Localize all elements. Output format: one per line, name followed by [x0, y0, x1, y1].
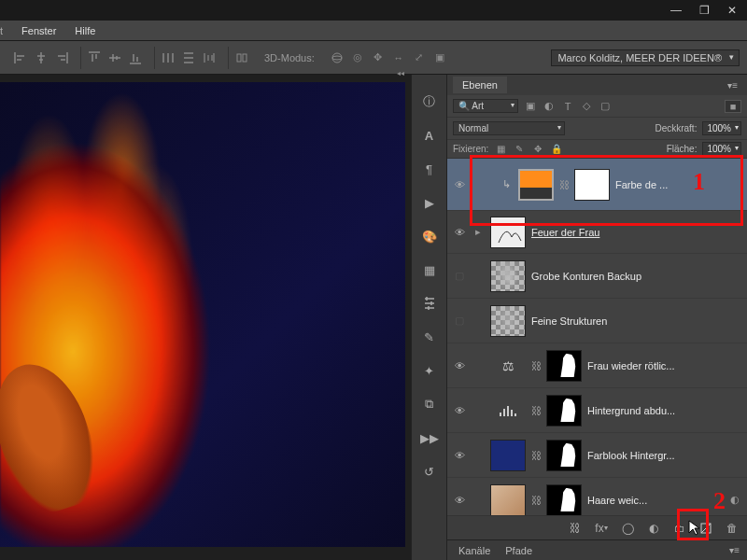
3d-orbit-icon[interactable] [328, 49, 346, 67]
clone-panel-icon[interactable]: ⧉ [420, 396, 439, 413]
align-left-icon[interactable] [11, 49, 30, 67]
layer-name[interactable]: Feine Strukturen [531, 315, 741, 327]
link-mask-icon[interactable]: ⛓ [531, 360, 541, 371]
window-minimize-button[interactable]: — [663, 2, 689, 19]
align-center-h-icon[interactable] [32, 49, 50, 67]
bottom-panel-menu-icon[interactable]: ▾≡ [726, 545, 743, 555]
layer-thumb[interactable] [490, 217, 526, 248]
lock-move-icon[interactable]: ✥ [531, 143, 544, 156]
align-right-icon[interactable] [52, 49, 71, 67]
document-canvas[interactable] [0, 82, 405, 547]
filter-type-icon[interactable]: T [561, 100, 574, 113]
panel-menu-icon[interactable]: ▾≡ [724, 80, 741, 91]
layer-mask-thumb[interactable] [546, 350, 582, 382]
add-mask-icon[interactable]: ◯ [620, 521, 635, 536]
tab-pfade[interactable]: Pfade [498, 542, 540, 559]
new-fill-adjust-icon[interactable]: ◐ [646, 521, 661, 536]
lock-paint-icon[interactable]: ✎ [513, 143, 526, 156]
3d-pan-icon[interactable]: ✥ [369, 49, 388, 67]
layer-name[interactable]: Hintergrund abdu... [587, 405, 741, 416]
smart-collapse-icon[interactable]: ▸ [472, 226, 485, 239]
layer-row[interactable]: 👁 ↳ ⛓ Farbe de ... [447, 159, 747, 211]
fill-input[interactable]: 100% [702, 142, 741, 156]
filter-pixel-icon[interactable]: ▣ [524, 100, 537, 113]
layer-thumb[interactable] [490, 395, 526, 427]
layer-row[interactable]: 👁 ⛓ Hintergrund abdu... [447, 388, 747, 433]
swatches-panel-icon[interactable]: 🎨 [420, 228, 439, 245]
opacity-input[interactable]: 100% [702, 121, 741, 135]
visibility-toggle-icon[interactable]: 👁 [453, 494, 466, 507]
align-bottom-icon[interactable] [126, 49, 145, 67]
character-panel-icon[interactable]: A [420, 127, 439, 144]
layer-row[interactable]: ▢ Feine Strukturen [447, 299, 747, 343]
3d-camera-icon[interactable]: ▣ [430, 49, 449, 67]
3d-slide-icon[interactable]: ↔ [389, 49, 408, 67]
wand-panel-icon[interactable]: ✦ [420, 362, 439, 379]
layer-mask-thumb[interactable] [546, 440, 582, 471]
history-panel-icon[interactable]: ↺ [420, 463, 439, 480]
paragraph-panel-icon[interactable]: ¶ [420, 161, 439, 177]
delete-layer-icon[interactable]: 🗑 [725, 521, 740, 536]
tab-kanale[interactable]: Kanäle [451, 542, 498, 559]
visibility-toggle-icon[interactable]: 👁 [453, 359, 466, 372]
layer-filter-type[interactable]: 🔍 Art [453, 99, 518, 113]
layer-mask-thumb[interactable] [546, 484, 582, 516]
layer-thumb[interactable] [490, 484, 526, 516]
layer-fx-icon[interactable]: fx▾ [594, 521, 609, 536]
layer-name[interactable]: Grobe Konturen Backup [531, 271, 741, 282]
blend-mode-dropdown[interactable]: Normal [453, 121, 565, 135]
distribute-space-icon[interactable] [200, 49, 218, 67]
new-layer-icon[interactable] [698, 521, 713, 536]
actions-panel-icon[interactable]: ▶▶ [420, 429, 439, 446]
link-mask-icon[interactable]: ⛓ [531, 450, 541, 461]
lock-transparent-icon[interactable]: ▦ [494, 143, 507, 156]
layer-mask-thumb[interactable] [574, 169, 610, 201]
link-layers-icon[interactable]: ⛓ [568, 521, 583, 536]
layer-name[interactable]: Farbe de ... [615, 179, 741, 190]
new-group-icon[interactable]: 🗀 [672, 521, 687, 536]
distribute-h-icon[interactable] [159, 49, 177, 67]
window-close-button[interactable]: ✕ [719, 2, 745, 19]
layer-mask-thumb[interactable] [546, 395, 582, 427]
layer-row[interactable]: 👁 ⛓ Farblook Hintergr... [447, 433, 747, 478]
lock-all-icon[interactable]: 🔒 [550, 143, 563, 156]
layer-name[interactable]: Feuer der Frau [531, 227, 741, 238]
smart-filter-icon[interactable]: ◐ [728, 494, 741, 507]
adjust-panel-icon[interactable] [420, 295, 439, 312]
play-panel-icon[interactable]: ▶ [420, 194, 439, 211]
brush-panel-icon[interactable]: ✎ [420, 329, 439, 345]
distribute-v-icon[interactable] [179, 49, 198, 67]
tab-ebenen[interactable]: Ebenen [453, 77, 507, 93]
visibility-toggle-icon[interactable]: 👁 [453, 449, 466, 462]
grid-panel-icon[interactable]: ▦ [420, 261, 439, 278]
layer-name[interactable]: Haare weic... [587, 495, 723, 506]
3d-scale-icon[interactable]: ⤢ [410, 49, 429, 67]
layer-thumb[interactable] [490, 305, 526, 337]
filter-smart-icon[interactable]: ▢ [599, 100, 612, 113]
window-restore-button[interactable]: ❐ [691, 2, 717, 19]
layer-row[interactable]: 👁 ⚖ ⛓ Frau wieder rötlic... [447, 343, 747, 388]
align-center-v-icon[interactable] [106, 49, 124, 67]
layer-name[interactable]: Frau wieder rötlic... [587, 360, 741, 371]
layer-thumb[interactable] [490, 440, 526, 471]
layer-thumb[interactable] [490, 260, 526, 292]
visibility-toggle-icon[interactable]: 👁 [453, 178, 466, 191]
filter-adjust-icon[interactable]: ◐ [543, 100, 556, 113]
link-mask-icon[interactable]: ⛓ [531, 405, 541, 416]
info-panel-icon[interactable]: ⓘ [420, 93, 439, 110]
layer-name[interactable]: Farblook Hintergr... [587, 450, 741, 461]
visibility-toggle-icon[interactable]: ▢ [453, 270, 466, 283]
visibility-toggle-icon[interactable]: 👁 [453, 404, 466, 417]
auto-align-icon[interactable] [233, 49, 251, 67]
filter-shape-icon[interactable]: ◇ [580, 100, 593, 113]
link-mask-icon[interactable]: ⛓ [559, 179, 569, 190]
layer-thumb[interactable] [518, 169, 554, 201]
layer-row[interactable]: 👁 ⛓ Haare weic... ◐ [447, 478, 747, 515]
visibility-toggle-icon[interactable]: 👁 [453, 226, 466, 239]
visibility-toggle-icon[interactable]: ▢ [453, 315, 466, 328]
layer-row[interactable]: 👁 ▸ Feuer der Frau [447, 211, 747, 254]
align-top-icon[interactable] [85, 49, 104, 67]
menu-fenster[interactable]: Fenster [21, 25, 56, 36]
layer-thumb[interactable]: ⚖ [490, 350, 526, 382]
menu-hilfe[interactable]: Hilfe [75, 25, 95, 36]
